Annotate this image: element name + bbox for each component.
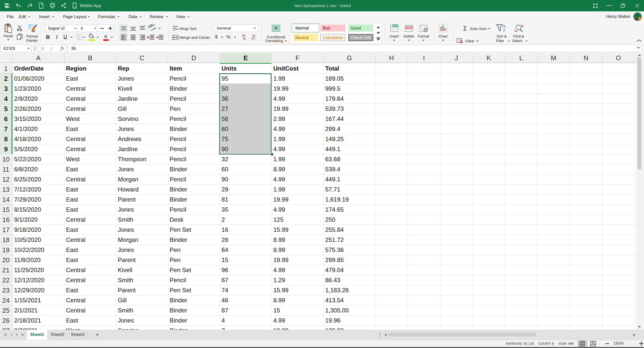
svg-text:0: 0 (244, 35, 246, 37)
svg-text:Z: Z (503, 28, 505, 32)
svg-text:0: 0 (254, 37, 255, 40)
svg-text:.00: .00 (242, 37, 246, 40)
svg-text:.00: .00 (252, 35, 255, 37)
svg-text:A: A (503, 24, 506, 28)
